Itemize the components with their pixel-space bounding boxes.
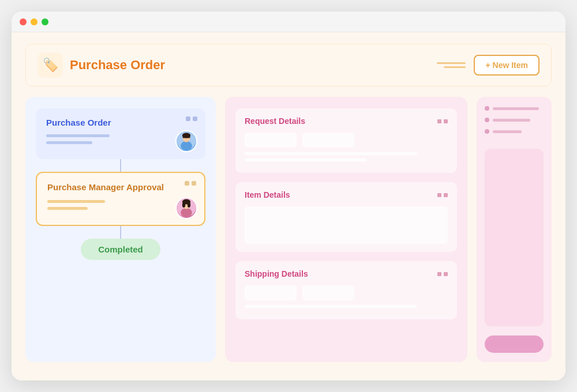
request-field-4 [245,159,366,161]
form-panel: Request Details [225,97,467,362]
menu-lines-icon [437,62,466,68]
app-window: 🏷️ Purchase Order + New Item [12,12,565,380]
pma-line-1 [47,200,105,203]
po-card-title: Purchase Order [46,118,195,127]
svg-point-9 [182,202,185,208]
item-details-title: Item Details [245,190,290,199]
po-card-lines [46,134,195,144]
close-dot[interactable] [20,18,27,25]
svg-rect-4 [183,135,190,138]
pma-avatar [175,197,197,219]
page-title: Purchase Order [70,58,165,73]
item-details-header: Item Details [245,190,448,199]
header-left: 🏷️ Purchase Order [38,52,165,78]
shipping-field-2[interactable] [302,285,354,300]
po-card-menu [186,116,197,121]
po-card-dot-2 [193,116,197,121]
request-details-header: Request Details [245,116,448,126]
po-avatar [175,130,197,152]
main-body: Purchase Order [25,97,552,362]
right-item-3 [485,129,544,134]
sd-dot-1 [437,272,441,276]
pma-card-dot-1 [185,181,189,186]
maximize-dot[interactable] [42,18,48,25]
right-panel-block [485,149,544,326]
pma-card: Purchase Manager Approval [36,172,205,226]
shipping-details-menu [437,272,448,276]
shipping-field-1[interactable] [245,285,297,300]
rd-dot-1 [437,119,441,123]
menu-line-2 [444,66,466,68]
request-field-3 [245,152,417,155]
purchase-order-card: Purchase Order [36,108,205,159]
pma-line-2 [47,207,88,210]
workflow-panel: Purchase Order [25,97,216,362]
minimize-dot[interactable] [31,18,38,25]
po-card-dot-1 [186,116,190,121]
sd-dot-2 [444,272,448,276]
titlebar [12,12,565,32]
request-details-menu [437,119,448,123]
right-action-button[interactable] [485,336,544,353]
svg-point-1 [181,141,192,150]
rd-dot-2 [444,119,448,123]
po-line-1 [46,134,110,137]
page-header: 🏷️ Purchase Order + New Item [25,44,552,86]
pma-card-dot-2 [192,181,196,186]
right-dot-3 [485,129,489,134]
right-dot-1 [485,106,489,111]
connector-1 [120,159,121,172]
shipping-details-header: Shipping Details [245,269,448,278]
id-dot-2 [444,193,448,197]
pma-card-title: Purchase Manager Approval [47,182,194,192]
shipping-row-1 [245,285,448,300]
right-dot-2 [485,118,489,122]
right-item-1 [485,106,544,111]
request-details-title: Request Details [245,116,305,126]
menu-line-1 [437,62,466,64]
svg-point-6 [181,208,192,217]
item-details-section: Item Details [235,182,457,252]
shipping-field-3 [245,305,417,308]
purchase-order-icon: 🏷️ [38,52,63,78]
shipping-details-section: Shipping Details [235,261,457,319]
request-details-section: Request Details [235,108,457,173]
id-dot-1 [437,193,441,197]
right-line-1 [493,107,539,110]
shipping-details-title: Shipping Details [245,269,308,278]
request-details-row-1 [245,133,448,148]
right-item-2 [485,118,544,122]
new-item-button[interactable]: + New Item [474,55,539,76]
header-right: + New Item [437,55,539,76]
svg-point-10 [188,202,190,208]
pma-card-lines [47,200,194,210]
request-field-1[interactable] [245,133,297,148]
right-line-2 [493,119,530,122]
item-details-menu [437,193,448,197]
connector-2 [120,226,121,239]
app-content: 🏷️ Purchase Order + New Item [12,32,565,380]
item-details-textarea[interactable] [245,206,448,244]
pma-card-menu [185,181,196,186]
right-panel [477,97,552,362]
completed-badge: Completed [81,239,160,260]
right-line-3 [493,130,522,133]
request-field-2[interactable] [302,133,354,148]
po-line-2 [46,141,92,144]
